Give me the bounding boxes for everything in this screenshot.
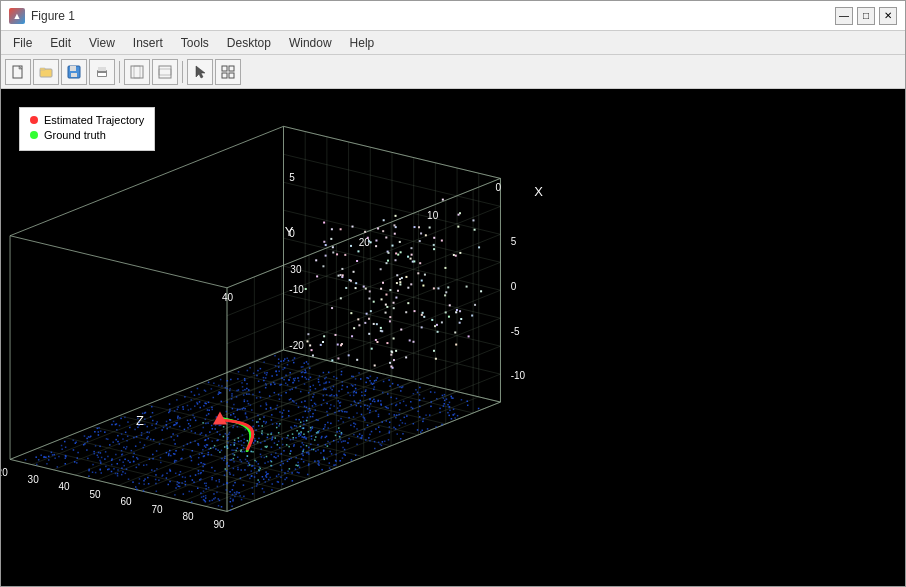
menu-window[interactable]: Window — [281, 34, 340, 52]
separator-1 — [119, 61, 120, 83]
open-button[interactable] — [33, 59, 59, 85]
legend-groundtruth: Ground truth — [30, 129, 144, 141]
svg-rect-8 — [98, 73, 106, 76]
close-button[interactable]: ✕ — [879, 7, 897, 25]
svg-rect-9 — [131, 66, 143, 78]
title-bar: ▲ Figure 1 — □ ✕ — [1, 1, 905, 31]
menu-file[interactable]: File — [5, 34, 40, 52]
grid-button[interactable] — [215, 59, 241, 85]
svg-rect-10 — [134, 66, 140, 78]
window-controls: — □ ✕ — [835, 7, 897, 25]
menu-edit[interactable]: Edit — [42, 34, 79, 52]
legend-groundtruth-label: Ground truth — [44, 129, 106, 141]
menu-desktop[interactable]: Desktop — [219, 34, 279, 52]
menu-bar: File Edit View Insert Tools Desktop Wind… — [1, 31, 905, 55]
app-icon: ▲ — [9, 8, 25, 24]
legend-dot-green — [30, 131, 38, 139]
matlab-figure-window: ▲ Figure 1 — □ ✕ File Edit View Insert T… — [0, 0, 906, 587]
legend-dot-red — [30, 116, 38, 124]
minimize-button[interactable]: — — [835, 7, 853, 25]
legend-estimated: Estimated Trajectory — [30, 114, 144, 126]
save-button[interactable] — [61, 59, 87, 85]
svg-rect-15 — [222, 73, 227, 78]
svg-rect-2 — [40, 68, 45, 70]
toolbar — [1, 55, 905, 89]
menu-tools[interactable]: Tools — [173, 34, 217, 52]
cursor-button[interactable] — [187, 59, 213, 85]
zoom-in-button[interactable] — [124, 59, 150, 85]
new-button[interactable] — [5, 59, 31, 85]
svg-rect-16 — [229, 73, 234, 78]
menu-view[interactable]: View — [81, 34, 123, 52]
zoom-out-button[interactable] — [152, 59, 178, 85]
svg-rect-5 — [71, 73, 77, 77]
svg-rect-7 — [98, 67, 106, 71]
svg-rect-4 — [70, 66, 76, 71]
svg-rect-13 — [222, 66, 227, 71]
svg-rect-12 — [159, 69, 171, 75]
menu-help[interactable]: Help — [342, 34, 383, 52]
separator-2 — [182, 61, 183, 83]
maximize-button[interactable]: □ — [857, 7, 875, 25]
svg-rect-14 — [229, 66, 234, 71]
plot-legend: Estimated Trajectory Ground truth — [19, 107, 155, 151]
title-bar-left: ▲ Figure 1 — [9, 8, 75, 24]
menu-insert[interactable]: Insert — [125, 34, 171, 52]
plot-area[interactable]: Estimated Trajectory Ground truth — [1, 89, 905, 586]
legend-estimated-label: Estimated Trajectory — [44, 114, 144, 126]
svg-rect-11 — [159, 66, 171, 78]
3d-scatter-plot — [1, 89, 905, 586]
window-title: Figure 1 — [31, 9, 75, 23]
print-button[interactable] — [89, 59, 115, 85]
